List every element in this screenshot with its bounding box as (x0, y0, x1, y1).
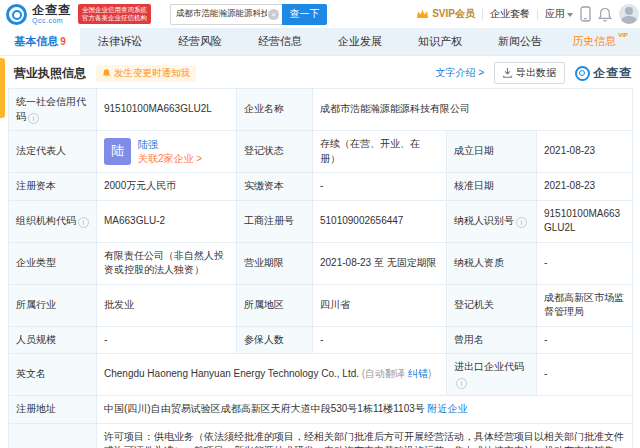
export-label: 导出数据 (516, 66, 556, 80)
english-name-cell: Chengdu Haoneng Hanyuan Energy Technolog… (97, 354, 447, 396)
auto-translate-note: (自动翻译 (362, 368, 405, 379)
former-name-label: 曾用名 (447, 326, 537, 354)
company-type-value: 有限责任公司（非自然人投资或控股的法人独资） (97, 242, 237, 284)
biz-term-label: 营业期限 (237, 242, 313, 284)
legal-rep-label: 法定代表人 (9, 131, 97, 173)
table-row: 法定代表人 陆 陆强 关联2家企业 > 登记状态 存续（在营、开业、在册） 成立… (9, 131, 633, 173)
credit-code-label: 统一社会信用代码i (9, 89, 97, 131)
tab-label: 知识产权 (418, 34, 462, 49)
table-row: 英文名 Chengdu Haoneng Hanyuan Energy Techn… (9, 354, 633, 396)
qcc-watermark-text: 企查查 (593, 65, 632, 82)
tab-label: 法律诉讼 (98, 34, 142, 49)
tab-news[interactable]: 新闻公告 (480, 28, 560, 55)
industry-value: 批发业 (97, 284, 237, 326)
tab-business-info[interactable]: 经营信息 (240, 28, 320, 55)
crown-icon (416, 9, 429, 19)
taxpayer-id-value: 91510100MA663GLU2L (537, 200, 633, 242)
apps-menu[interactable]: 应用 (545, 7, 573, 21)
tab-label: 历史信息 (572, 34, 616, 49)
tab-company-development[interactable]: 企业发展 (320, 28, 400, 55)
license-section-header: 营业执照信息 发生变更时通知我 文字介绍 > 导出数据 企查查 (14, 63, 632, 83)
region-value: 四川省 (313, 284, 447, 326)
paid-capital-label: 实缴资本 (237, 173, 313, 201)
nearby-companies-link[interactable]: 附近企业 (428, 403, 468, 414)
chevron-down-icon (567, 13, 573, 17)
info-icon[interactable]: i (516, 217, 527, 228)
top-header: 企查查 Qcc.com 全国企业信用查询系统 官方备案企业征信机构 × 查一下 … (0, 0, 640, 28)
org-code-value: MA663GLU-2 (97, 200, 237, 242)
address-cell: 中国(四川)自由贸易试验区成都高新区天府大道中段530号1栋11楼1103号 附… (97, 396, 633, 424)
table-row: 所属行业 批发业 所属地区 四川省 登记机关 成都高新区市场监督管理局 (9, 284, 633, 326)
staff-size-label: 人员规模 (9, 326, 97, 354)
est-date-value: 2021-08-23 (537, 131, 633, 173)
org-code-label: 组织机构代码i (9, 200, 97, 242)
search-input[interactable] (170, 4, 282, 25)
approval-date-label: 核准日期 (447, 173, 537, 201)
tab-label: 基本信息 (14, 34, 58, 49)
text-intro-link[interactable]: 文字介绍 > (435, 66, 484, 80)
mobile-app-icon[interactable] (580, 6, 591, 22)
taxpayer-quality-value: - (537, 242, 633, 284)
clear-search-icon[interactable]: × (268, 9, 279, 20)
official-badge: 全国企业信用查询系统 官方备案企业征信机构 (78, 4, 151, 24)
scope-label: 经营范围 (9, 423, 97, 448)
company-name-value: 成都市浩能瀚源能源科技有限公司 (313, 89, 633, 131)
legal-rep-cell: 陆 陆强 关联2家企业 > (97, 131, 237, 173)
legal-rep-avatar[interactable]: 陆 (104, 138, 131, 165)
company-tabbar: 基本信息 9 法律诉讼 经营风险 经营信息 企业发展 知识产权 新闻公告 历史信… (0, 28, 640, 56)
section-title: 营业执照信息 (14, 65, 86, 82)
correct-link[interactable]: 纠错 (408, 368, 428, 379)
authority-label: 登记机关 (447, 284, 537, 326)
tab-label: 企业发展 (338, 34, 382, 49)
search-button[interactable]: 查一下 (282, 4, 327, 25)
biz-term-value: 2021-08-23 至 无固定期限 (313, 242, 447, 284)
official-badge-line1: 全国企业信用查询系统 (82, 6, 147, 14)
tab-intellectual-property[interactable]: 知识产权 (400, 28, 480, 55)
user-avatar[interactable] (619, 4, 639, 24)
apps-label: 应用 (545, 7, 565, 21)
divider (482, 9, 483, 20)
table-row: 企业类型 有限责任公司（非自然人投资或控股的法人独资） 营业期限 2021-08… (9, 242, 633, 284)
table-row: 组织机构代码i MA663GLU-2 工商注册号 510109002656447… (9, 200, 633, 242)
official-badge-line2: 官方备案企业征信机构 (82, 14, 147, 22)
package-menu[interactable]: 企业套餐 (490, 7, 530, 21)
notify-label: 发生变更时通知我 (114, 67, 190, 80)
info-icon[interactable]: i (456, 378, 467, 389)
related-companies-link[interactable]: 关联2家企业 > (138, 153, 202, 165)
former-name-value: - (537, 326, 633, 354)
table-row: 注册地址 中国(四川)自由贸易试验区成都高新区天府大道中段530号1栋11楼11… (9, 396, 633, 424)
vip-tag: VIP (618, 32, 628, 38)
import-export-label: 进出口企业代码i (447, 354, 537, 396)
brand-block[interactable]: 企查查 Qcc.com (32, 4, 71, 24)
legal-rep-link[interactable]: 陆强 (138, 139, 202, 151)
table-row: 统一社会信用代码i 91510100MA663GLU2L 企业名称 成都市浩能瀚… (9, 89, 633, 131)
qcc-logo-icon[interactable] (6, 4, 27, 25)
tab-basic-info[interactable]: 基本信息 9 (0, 28, 80, 55)
reg-capital-label: 注册资本 (9, 173, 97, 201)
tab-legal-litigation[interactable]: 法律诉讼 (80, 28, 160, 55)
tab-label: 经营风险 (178, 34, 222, 49)
region-label: 所属地区 (237, 284, 313, 326)
tab-label: 经营信息 (258, 34, 302, 49)
notification-bell-icon[interactable] (598, 7, 612, 22)
business-license-table: 统一社会信用代码i 91510100MA663GLU2L 企业名称 成都市浩能瀚… (8, 88, 633, 448)
industry-label: 所属行业 (9, 284, 97, 326)
table-row: 经营范围 许可项目：供电业务（依法须经批准的项目，经相关部门批准后方可开展经营活… (9, 423, 633, 448)
export-data-button[interactable]: 导出数据 (494, 62, 565, 84)
scope-value: 许可项目：供电业务（依法须经批准的项目，经相关部门批准后方可开展经营活动，具体经… (97, 423, 633, 448)
tab-operation-risk[interactable]: 经营风险 (160, 28, 240, 55)
svip-label: SVIP会员 (432, 7, 475, 21)
svip-menu[interactable]: SVIP会员 (416, 7, 475, 21)
tab-history-info[interactable]: 历史信息 VIP (560, 28, 640, 55)
credit-code-value: 91510100MA663GLU2L (97, 89, 237, 131)
import-export-value: - (537, 354, 633, 396)
info-icon[interactable]: i (78, 217, 89, 228)
side-handle[interactable] (0, 58, 5, 118)
insured-label: 参保人数 (237, 326, 313, 354)
search-bar: × 查一下 (170, 4, 327, 25)
info-icon[interactable]: i (28, 113, 39, 124)
change-notify-button[interactable]: 发生变更时通知我 (96, 65, 196, 82)
package-label: 企业套餐 (490, 7, 530, 21)
reg-capital-value: 2000万元人民币 (97, 173, 237, 201)
notify-bell-icon (102, 68, 111, 78)
